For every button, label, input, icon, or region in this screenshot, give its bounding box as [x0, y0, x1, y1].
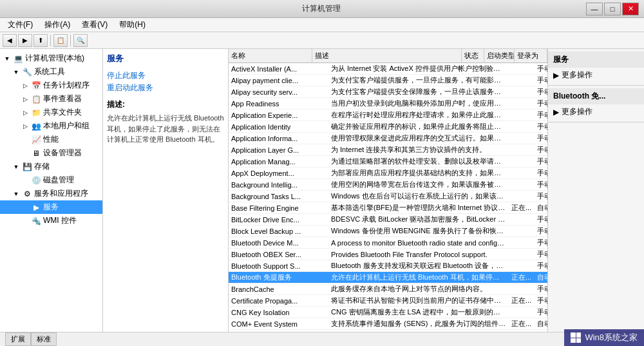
menu-action[interactable]: 操作(A): [39, 18, 75, 32]
col-desc[interactable]: 描述: [312, 49, 462, 62]
service-cell: 手动: [535, 110, 547, 120]
col-name[interactable]: 名称: [229, 49, 312, 62]
service-cell: 此服务缓存来自本地子网上对等节点的网络内容。: [328, 284, 509, 294]
menu-help[interactable]: 帮助(H): [114, 18, 151, 32]
restart-service-link[interactable]: 重启动此服务: [107, 82, 224, 94]
sidebar-item-services[interactable]: ▶ 服务: [0, 200, 102, 214]
service-row[interactable]: Application Manag...为通过组策略部署的软件处理安装、删除以及…: [229, 156, 547, 168]
action-more-services[interactable]: ▶ 更多操作: [548, 68, 644, 82]
sidebar-item-storage[interactable]: ▼ 💾 存储: [0, 160, 102, 173]
service-cell: 管理基于 COM 对象服务模型 (COM+) 的组件的配置和跟踪，如果停止服务，…: [328, 331, 509, 332]
service-row[interactable]: Bluetooth 免提服务允许在此计算机上运行无线 Bluetooth 耳机，…: [229, 272, 547, 284]
title-bar: 计算机管理 — □ ✕: [0, 0, 644, 18]
menu-view[interactable]: 查看(V): [77, 18, 113, 32]
service-row[interactable]: Application Experie...在程序运行时处理应用程序处理请求，如…: [229, 110, 547, 121]
menu-file[interactable]: 文件(F): [3, 18, 38, 32]
sidebar-item-event-viewer[interactable]: ▷ 📋 事件查看器: [0, 92, 102, 106]
actions-section-bluetooth: Bluetooth 免... ▶ 更多操作: [548, 86, 644, 122]
sidebar-label: 存储: [34, 161, 50, 172]
service-cell: Windows 备份使用 WBENGINE 服务执行了备份和恢复操作，如果用户停…: [328, 226, 509, 236]
sidebar-item-system[interactable]: ▼ 🔧 系统工具: [0, 65, 102, 79]
forward-button[interactable]: ▶: [18, 34, 32, 47]
service-row[interactable]: Application Layer G...为 Internet 连接共享和其第…: [229, 144, 547, 156]
service-row[interactable]: ActiveX Installer (A...为从 Internet 安装 Ac…: [229, 63, 547, 75]
sidebar-label: 性能: [43, 134, 59, 145]
service-row[interactable]: COM+ Event System支持系统事件通知服务 (SENS)，此服务为订…: [229, 318, 547, 330]
service-row[interactable]: Application Informa...使用管理权限来促进此应用程序的交互式…: [229, 133, 547, 144]
service-cell: Bluetooth Support S...: [229, 262, 328, 270]
service-cell: Application Identity: [229, 123, 328, 131]
tab-extended[interactable]: 扩展: [5, 332, 31, 346]
service-row[interactable]: Certificate Propaga...将证书和证书从智能卡拷贝到当前用户的…: [229, 295, 547, 307]
sidebar-item-task-scheduler[interactable]: ▷ 📅 任务计划程序: [0, 79, 102, 92]
service-row[interactable]: Block Level Backup ...Windows 备份使用 WBENG…: [229, 226, 547, 237]
arrow-right-icon: ▶: [553, 71, 559, 80]
tab-standard[interactable]: 标准: [31, 332, 57, 346]
service-row[interactable]: Background Intellig...使用空闲的网络带宽在后台传送文件，如…: [229, 179, 547, 191]
service-cell: 手动: [535, 133, 547, 143]
service-row[interactable]: Alipay security serv...为支付宝客户端提供安全保障服务，一…: [229, 86, 547, 98]
service-cell: Bluetooth 服务支持发现和关联远程 Bluetooth 设备，停止或禁用…: [328, 261, 509, 271]
main-layout: ▼ 💻 计算机管理(本地) ▼ 🔧 系统工具 ▷ 📅 任务计划程序 ▷ 📋 事件…: [0, 49, 644, 332]
up-button[interactable]: ⬆: [33, 34, 48, 47]
stop-service-link[interactable]: 停止此服务: [107, 70, 224, 82]
action-more-bluetooth[interactable]: ▶ 更多操作: [548, 104, 644, 119]
sidebar-label: 系统工具: [34, 66, 65, 77]
sidebar-item-shared-folders[interactable]: ▷ 📁 共享文件夹: [0, 106, 102, 119]
service-cell: CNG Key Isolation: [229, 309, 328, 316]
service-cell: Provides Bluetooth File Transfer Protoco…: [328, 251, 509, 258]
show-hide-button[interactable]: 📋: [53, 34, 68, 47]
service-row[interactable]: Bluetooth Support S...Bluetooth 服务支持发现和关…: [229, 260, 547, 272]
maximize-button[interactable]: □: [604, 3, 621, 15]
service-cell: Bluetooth 免提服务: [229, 273, 328, 282]
expander-icon: ▼: [12, 189, 21, 198]
service-row[interactable]: Background Tasks L...Windows 也在后台可以运行在系统…: [229, 191, 547, 202]
detail-description: 允许在此计算机上运行无线 Bluetooth 耳机，如果停止了此服务，则无法在计…: [107, 113, 224, 145]
service-cell: AppX Deployment...: [229, 169, 328, 177]
expander-icon: [21, 149, 30, 158]
close-button[interactable]: ✕: [622, 3, 639, 15]
service-row[interactable]: Application Identity确定并验证应用程序的标识，如果停止此服务…: [229, 121, 547, 133]
service-row[interactable]: App Readiness当用户初次登录到此电脑和额外添加用户时，使应用程序人员…: [229, 98, 547, 110]
col-startup[interactable]: 启动类型: [484, 49, 515, 62]
minimize-button[interactable]: —: [586, 3, 603, 15]
service-row[interactable]: BranchCache此服务缓存来自本地子网上对等节点的网络内容。手动网络服务: [229, 284, 547, 295]
service-row[interactable]: CNG Key IsolationCNG 密钥隔离服务主在 LSA 进程中，如一…: [229, 307, 547, 318]
service-cell: 确定并验证应用程序的标识，如果停止此服务将阻止强制执行 AppLocker。: [328, 122, 509, 131]
window-title: 计算机管理: [57, 3, 586, 14]
service-row[interactable]: COM+ System Appl...管理基于 COM 对象服务模型 (COM+…: [229, 330, 547, 332]
col-status[interactable]: 状态: [462, 49, 484, 62]
sidebar-item-computer[interactable]: ▼ 💻 计算机管理(本地): [0, 52, 102, 65]
sidebar-item-disk[interactable]: 💿 磁盘管理: [0, 173, 102, 187]
action-label: 更多操作: [562, 106, 592, 117]
watermark-text: Win8系统之家: [585, 332, 638, 343]
sidebar-item-device-manager[interactable]: 🖥 设备管理器: [0, 146, 102, 160]
sidebar-item-services-apps[interactable]: ▼ ⚙ 服务和应用程序: [0, 187, 102, 200]
service-cell: 自动: [535, 203, 547, 213]
service-row[interactable]: Base Filtering Engine基本筛选引擎(BFE)是一种管理防火墙…: [229, 202, 547, 214]
sidebar-item-local-users[interactable]: ▷ 👥 本地用户和组: [0, 119, 102, 133]
actions-section-title-services: 服务: [548, 52, 644, 68]
service-row[interactable]: AppX Deployment...为部署应用商店应用程序提供基础结构的支持，如…: [229, 168, 547, 179]
service-row[interactable]: Bluetooth OBEX Ser...Provides Bluetooth …: [229, 249, 547, 260]
service-row[interactable]: Bluetooth Device M...A process to monito…: [229, 237, 547, 249]
back-button[interactable]: ◀: [3, 34, 17, 47]
expander-icon: [21, 216, 30, 226]
service-cell: 手动: [535, 238, 547, 247]
sidebar-item-performance[interactable]: 📈 性能: [0, 133, 102, 146]
sidebar-item-wmi[interactable]: 🔩 WMI 控件: [0, 214, 102, 227]
service-cell: 当用户初次登录到此电脑和额外添加用户时，使应用程序人员准备好被用户使用。: [328, 99, 509, 108]
service-row[interactable]: Alipay payment clie...为支付宝客户端提供服务，一旦停止服务…: [229, 75, 547, 86]
search-button[interactable]: 🔍: [73, 34, 88, 47]
detail-title: 服务: [107, 53, 224, 64]
toolbar: ◀ ▶ ⬆ 📋 🔍: [0, 32, 644, 49]
toolbar-separator2: [70, 35, 71, 46]
arrow-right-icon2: ▶: [553, 108, 559, 117]
service-cell: BitLocker Drive Enc...: [229, 216, 328, 224]
service-row[interactable]: BitLocker Drive Enc...BDESVC 承载 BitLocke…: [229, 214, 547, 226]
actions-section-title-bluetooth: Bluetooth 免...: [548, 88, 644, 104]
service-cell: ActiveX Installer (A...: [229, 65, 328, 73]
wmi-icon: 🔩: [31, 216, 41, 226]
col-login[interactable]: 登录为: [515, 49, 547, 62]
service-list-body[interactable]: ActiveX Installer (A...为从 Internet 安装 Ac…: [229, 63, 547, 332]
